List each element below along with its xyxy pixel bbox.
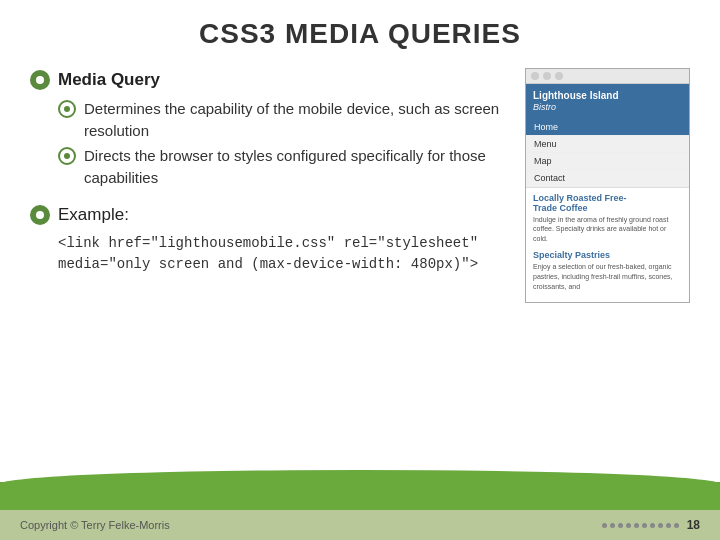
main-bullet-text: Media Query [58,68,160,92]
code-line-2: media="only screen and (max-device-width… [58,254,505,275]
mockup-header: Lighthouse Island Bistro [526,84,689,119]
bullet-circle-inner [36,76,44,84]
slide-title: CSS3 MEDIA QUERIES [30,18,690,50]
bottom-bar [0,482,720,510]
mockup-section2-title: Specialty Pastries [533,250,682,260]
dot-8 [658,523,663,528]
mockup-section2-text: Enjoy a selection of our fresh-baked, or… [533,262,682,291]
main-bullet-label: Media Query [58,70,160,89]
main-content: Media Query Determines the capability of… [30,68,690,303]
dot-7 [650,523,655,528]
footer-bar: Copyright © Terry Felke-Morris 18 [0,510,720,540]
mockup-container: Lighthouse Island Bistro Home Menu Map C… [525,68,690,303]
example-bullet: Example: [30,203,505,227]
content-area: CSS3 MEDIA QUERIES Media Query [0,0,720,482]
mockup-site-name: Lighthouse Island [533,89,682,102]
code-block: <link href="lighthousemobile.css" rel="s… [58,233,505,275]
footer-page-number: 18 [687,518,700,532]
dot-3 [618,523,623,528]
dot-1 [602,523,607,528]
footer-copyright: Copyright © Terry Felke-Morris [20,519,170,531]
mockup-body: Locally Roasted Free-Trade Coffee Indulg… [526,188,689,303]
mockup-nav-home: Home [526,119,689,136]
sub-bullet-text-1: Determines the capability of the mobile … [84,98,505,142]
mockup-browser-bar [526,69,689,84]
dot-4 [626,523,631,528]
sub-bullet-2: Directs the browser to styles configured… [58,145,505,189]
dot-9 [666,523,671,528]
code-line-1: <link href="lighthousemobile.css" rel="s… [58,233,505,254]
mockup-section1-title: Locally Roasted Free-Trade Coffee [533,193,682,213]
footer-dots [602,523,679,528]
mockup-nav-map: Map [526,153,689,170]
dot-2 [610,523,615,528]
sub-bullet-1: Determines the capability of the mobile … [58,98,505,142]
browser-btn-2 [543,72,551,80]
mockup-section1-text: Indulge in the aroma of freshly ground r… [533,215,682,244]
slide: CSS3 MEDIA QUERIES Media Query [0,0,720,540]
mockup-nav-menu: Menu [526,136,689,153]
sub-bullet-text-2: Directs the browser to styles configured… [84,145,505,189]
dot-6 [642,523,647,528]
mockup-nav: Home Menu Map Contact [526,119,689,188]
dot-10 [674,523,679,528]
browser-btn-1 [531,72,539,80]
dot-5 [634,523,639,528]
example-circle [30,205,50,225]
example-label: Example: [58,203,129,227]
text-section: Media Query Determines the capability of… [30,68,505,303]
browser-btn-3 [555,72,563,80]
h2-circle-1 [58,100,76,118]
bullet-circle [30,70,50,90]
main-bullet-item: Media Query [30,68,505,92]
footer-right: 18 [602,518,700,532]
mockup-nav-contact: Contact [526,170,689,187]
h2-circle-2 [58,147,76,165]
example-section: Example: <link href="lighthousemobile.cs… [30,203,505,275]
mockup-site-subtitle: Bistro [533,102,682,114]
